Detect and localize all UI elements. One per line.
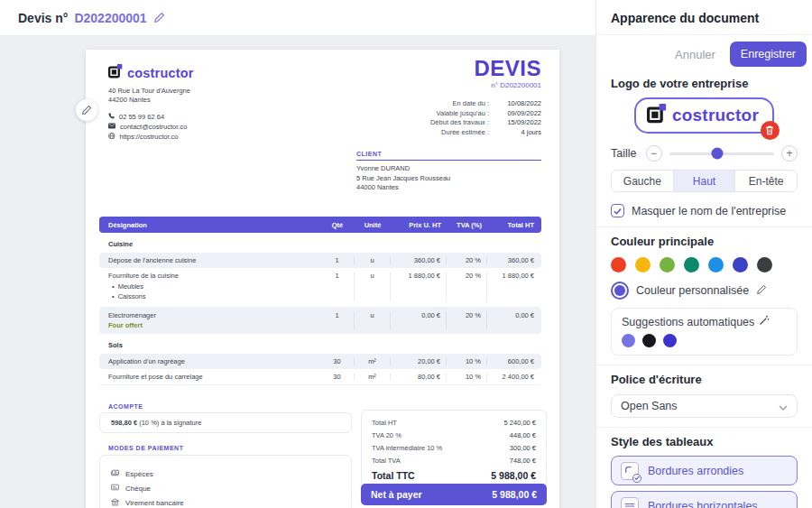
app-window: Devis n° D202200001 costructor — [0, 0, 812, 508]
company-website: https://costructor.co — [120, 132, 179, 142]
group-row: Sols — [99, 334, 541, 354]
header-total: Total HT — [487, 221, 541, 229]
cheque-icon — [111, 484, 119, 493]
meta-label: Début des travaux : — [430, 118, 489, 128]
header-qty: Qté — [320, 221, 355, 229]
acompte-box: 598,80 € (10 %) à la signature — [99, 412, 352, 433]
logo-section-title: Logo de votre entreprise — [611, 77, 798, 90]
hide-company-name-checkbox[interactable] — [611, 204, 624, 217]
suggested-color[interactable] — [622, 334, 635, 347]
company-address-line2: 44200 Nantes — [108, 96, 194, 105]
meta-value: 4 jours — [489, 128, 541, 138]
phone-icon — [108, 112, 115, 122]
color-swatch[interactable] — [611, 257, 626, 272]
header-designation: Désignation — [99, 221, 320, 229]
position-entete-button[interactable]: En-tête — [734, 171, 797, 191]
document-preview-area: costructor 40 Rue La Tour d'Auvergne 442… — [0, 36, 595, 508]
save-button[interactable]: Enregistrer — [730, 42, 807, 67]
group-row: Cuisine — [99, 233, 541, 253]
header-price: Prix U. HT — [391, 221, 447, 229]
client-block: CLIENT Yvonne DURAND 5 Rue Jean Jacques … — [356, 151, 541, 193]
logo-position-group: Gauche Haut En-tête — [611, 170, 798, 192]
check-icon — [614, 208, 622, 215]
suggested-color[interactable] — [663, 334, 677, 347]
offer-note: Four offert — [108, 321, 320, 329]
size-decrease-button[interactable]: − — [646, 145, 662, 162]
table-row: Fourniture de la cuisine Meubles Caisson… — [99, 268, 541, 308]
company-name: costructor — [127, 66, 194, 80]
bank-icon — [111, 498, 119, 508]
edit-document-button[interactable] — [76, 99, 97, 121]
magic-wand-icon — [759, 315, 770, 328]
color-swatch[interactable] — [733, 257, 748, 272]
client-name: Yvonne DURAND — [356, 164, 541, 174]
payment-method: Virement bancaire — [125, 499, 184, 507]
quote-header: DEVIS n° D202200001 En date du :10/08/20… — [430, 57, 541, 137]
company-logo-icon — [647, 104, 667, 127]
items-table: Désignation Qté Unité Prix U. HT TVA (%)… — [99, 217, 541, 385]
meta-label: Valable jusqu'au : — [437, 109, 489, 119]
payment-box: Espèces Chèque Virement bancaire — [99, 455, 352, 508]
meta-value: 15/09/2022 — [489, 118, 541, 128]
auto-suggestions-box: Suggestions automatiques — [611, 308, 798, 356]
check-badge-icon — [632, 474, 641, 483]
horizontal-borders-icon — [621, 497, 639, 508]
payment-label: MODES DE PAIEMENT — [108, 445, 183, 451]
color-swatch[interactable] — [684, 257, 699, 272]
color-swatch[interactable] — [660, 257, 675, 272]
payment-method: Chèque — [125, 485, 151, 493]
panel-title: Apparence du document — [611, 11, 798, 25]
header-unit: Unité — [355, 221, 391, 229]
table-row: Electroménager Four offert 1 u 0,00 € 20… — [99, 308, 541, 334]
custom-color-label: Couleur personnalisée — [636, 284, 749, 297]
payment-method: Espèces — [125, 470, 153, 478]
suggested-color[interactable] — [642, 334, 656, 347]
size-increase-button[interactable]: + — [781, 145, 798, 162]
table-style-horizontal-button[interactable]: Bordures horizontales — [611, 491, 798, 508]
total-ttc-row: Total TTC5 988,00 € — [372, 470, 536, 481]
font-select[interactable]: Open Sans — [611, 394, 798, 418]
quote-document[interactable]: costructor 40 Rue La Tour d'Auvergne 442… — [86, 50, 559, 508]
meta-label: En date du : — [453, 99, 489, 109]
client-address1: 5 Rue Jean Jacques Rousseau — [356, 174, 541, 184]
color-swatch[interactable] — [635, 257, 651, 272]
client-address2: 44000 Nantes — [356, 183, 541, 193]
table-style-section-title: Style des tableaux — [611, 435, 798, 448]
acompte-detail: (10 %) à la signature — [139, 419, 201, 427]
company-address-line1: 40 Rue La Tour d'Auvergne — [108, 87, 194, 96]
table-row: Dépose de l'ancienne cuisine 1 u 360,00 … — [99, 253, 541, 268]
position-gauche-button[interactable]: Gauche — [612, 171, 673, 191]
table-row: Fourniture et pose du carrelage 30 m² 80… — [99, 369, 541, 385]
color-swatches — [611, 257, 798, 272]
quote-meta: En date du :10/08/2022 Valable jusqu'au … — [430, 99, 541, 137]
suggestions-label: Suggestions automatiques — [622, 316, 754, 328]
company-header: costructor 40 Rue La Tour d'Auvergne 442… — [108, 64, 194, 142]
acompte-label: ACOMPTE — [108, 403, 143, 410]
company-email: contact@costructor.co — [120, 122, 187, 132]
preview-pane: Devis n° D202200001 costructor — [0, 0, 595, 508]
cancel-button[interactable]: Annuler — [675, 48, 715, 61]
delete-logo-button[interactable] — [761, 121, 780, 140]
net-to-pay-bar: Net à payer 5 988,00 € — [361, 484, 547, 505]
size-slider[interactable] — [669, 152, 775, 155]
quote-doc-number: n° D202200001 — [430, 81, 541, 89]
size-slider-thumb[interactable] — [712, 148, 724, 160]
table-style-rounded-button[interactable]: Bordures arrondies — [611, 456, 798, 485]
color-swatch[interactable] — [708, 257, 724, 272]
logo-preview[interactable]: costructor — [634, 97, 774, 134]
edit-number-icon[interactable] — [153, 12, 165, 23]
edit-custom-color-icon[interactable] — [756, 282, 767, 299]
pencil-icon — [81, 105, 92, 115]
client-label: CLIENT — [356, 151, 541, 161]
appearance-panel: Apparence du document Annuler Enregistre… — [595, 0, 812, 508]
globe-icon — [108, 132, 115, 142]
custom-color-swatch[interactable] — [611, 282, 629, 300]
color-swatch[interactable] — [757, 257, 772, 272]
position-haut-button[interactable]: Haut — [673, 171, 735, 191]
quote-title-prefix: Devis n° — [18, 11, 68, 25]
trash-icon — [765, 125, 774, 135]
meta-label: Durée estimée : — [441, 128, 489, 138]
company-logo-icon — [108, 64, 123, 82]
quote-number[interactable]: D202200001 — [74, 11, 146, 25]
logo-text: costructor — [672, 106, 759, 125]
